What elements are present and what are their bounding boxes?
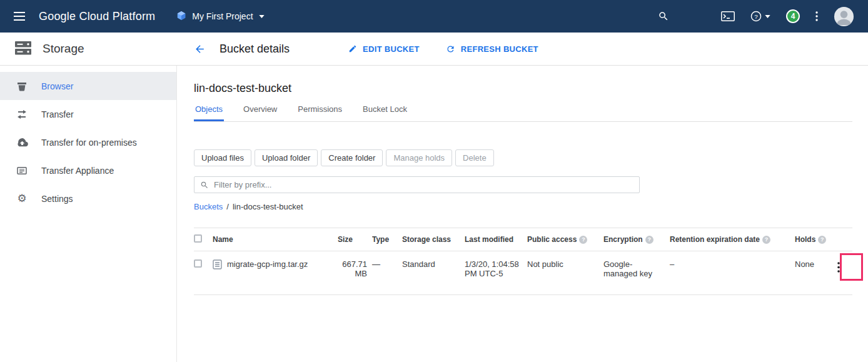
edit-bucket-button[interactable]: EDIT BUCKET [348,44,420,54]
filter-box [194,176,640,193]
subheader: Storage Bucket details EDIT BUCKET REFRE… [0,33,868,66]
tab-objects[interactable]: Objects [194,104,224,121]
sidebar-item-label: Transfer Appliance [41,166,114,176]
row-checkbox[interactable] [194,259,202,268]
gear-icon: ⚙ [16,193,28,204]
object-storage-class: Standard [402,251,465,295]
object-size: 667.71 MB [338,251,372,295]
column-header-size: Size [338,228,372,251]
sidebar-item-label: Settings [41,194,73,204]
refresh-icon [446,44,455,54]
pencil-icon [348,44,357,53]
product-panel-header: Storage [0,33,177,65]
tab-overview[interactable]: Overview [242,104,278,121]
chevron-down-icon [765,15,770,18]
upload-folder-button[interactable]: Upload folder [255,149,318,166]
object-row: migrate-gcp-img.tar.gz 667.71 MB — Stand… [194,251,852,295]
refresh-bucket-button[interactable]: REFRESH BUCKET [446,44,538,54]
cloud-upload-icon [16,138,28,147]
back-arrow-icon[interactable] [194,43,206,55]
search-icon [200,181,209,189]
sidebar-item-label: Transfer for on-premises [41,138,137,148]
help-icon[interactable] [645,236,654,244]
table-header-row: Name Size Type Storage class Last modifi… [194,228,852,251]
sidebar: Browser Transfer Transfer for on-premise… [0,66,177,362]
create-folder-button[interactable]: Create folder [321,149,383,166]
topbar-actions: ? 4 [658,6,868,27]
column-header-encryption: Encryption [603,228,670,251]
object-encryption: Google-managed key [603,251,670,295]
product-title: Storage [43,42,84,56]
manage-holds-button[interactable]: Manage holds [386,149,452,166]
object-retention: – [670,251,795,295]
column-header-public-access: Public access [527,228,603,251]
select-all-checkbox[interactable] [194,234,202,243]
transfer-arrows-icon [16,109,28,119]
help-icon[interactable] [762,236,770,244]
cloud-shell-icon[interactable] [721,11,735,21]
chevron-down-icon [259,15,265,18]
avatar[interactable] [834,6,854,27]
content: Browser Transfer Transfer for on-premise… [0,66,868,362]
file-icon [213,259,222,271]
column-header-storage-class: Storage class [402,228,465,251]
sidebar-item-transfer-appliance[interactable]: Transfer Appliance [0,156,176,184]
topbar: Google Cloud Platform My First Project ?… [0,0,868,33]
tab-bucket-lock[interactable]: Bucket Lock [361,104,408,121]
search-icon[interactable] [658,11,669,22]
row-menu-kebab-icon[interactable] [832,259,845,277]
tab-bar: Objects Overview Permissions Bucket Lock [194,104,852,122]
breadcrumb-separator: / [226,202,229,211]
help-icon[interactable] [579,236,587,244]
notifications-badge[interactable]: 4 [786,9,800,23]
column-header-name: Name [213,228,338,251]
sidebar-item-settings[interactable]: ⚙ Settings [0,184,176,213]
object-last-modified: 1/3/20, 1:04:58 PM UTC-5 [465,251,527,295]
object-holds: None [795,251,829,295]
more-options-icon[interactable] [815,11,818,21]
object-name[interactable]: migrate-gcp-img.tar.gz [227,259,308,269]
breadcrumb: Buckets / lin-docs-test-bucket [194,202,852,211]
appliance-icon [16,166,28,176]
breadcrumb-current: lin-docs-test-bucket [233,202,303,211]
object-public-access: Not public [527,251,603,295]
project-name: My First Project [192,11,253,21]
svg-text:?: ? [754,13,758,20]
brand-logo: Google Cloud Platform [39,10,155,23]
help-menu-icon[interactable]: ? [750,11,770,22]
breadcrumb-buckets-link[interactable]: Buckets [194,202,223,211]
storage-product-icon [15,41,31,57]
delete-button[interactable]: Delete [455,149,494,166]
page-title: Bucket details [220,43,290,56]
column-header-last-modified: Last modified [465,228,527,251]
page-header: Bucket details EDIT BUCKET REFRESH BUCKE… [177,33,565,65]
upload-files-button[interactable]: Upload files [194,149,251,166]
project-icon [176,11,186,23]
sidebar-item-transfer-on-premises[interactable]: Transfer for on-premises [0,128,176,156]
bucket-name-title: lin-docs-test-bucket [194,82,852,95]
sidebar-item-label: Browser [41,81,73,91]
filter-prefix-input[interactable] [214,180,633,189]
object-type: — [372,251,402,295]
sidebar-item-transfer[interactable]: Transfer [0,100,176,128]
object-actions: Upload files Upload folder Create folder… [194,149,852,166]
column-header-holds: Holds [795,228,829,251]
sidebar-item-label: Transfer [41,109,74,119]
hamburger-menu-icon[interactable] [0,0,39,33]
column-header-retention: Retention expiration date [670,228,795,251]
tab-permissions[interactable]: Permissions [296,104,343,121]
bucket-icon [16,81,28,91]
project-selector[interactable]: My First Project [176,11,264,23]
sidebar-item-browser[interactable]: Browser [0,72,176,100]
help-icon[interactable] [818,236,826,244]
objects-table: Name Size Type Storage class Last modifi… [194,228,852,295]
main-panel: lin-docs-test-bucket Objects Overview Pe… [177,66,868,362]
column-header-type: Type [372,228,402,251]
